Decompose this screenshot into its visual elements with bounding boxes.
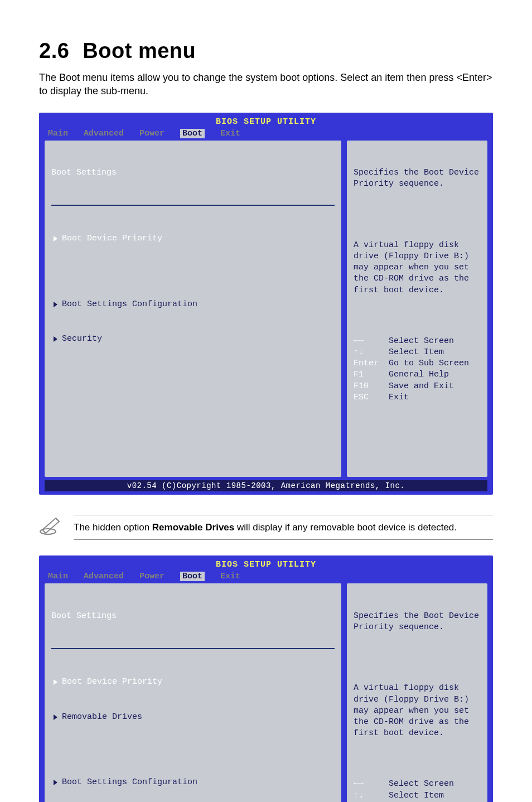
key: ESC xyxy=(354,393,369,402)
key-action: General Help xyxy=(389,370,449,379)
spacer xyxy=(51,746,335,754)
menu-item-label: Boot Settings Configuration xyxy=(62,777,197,788)
key-action: Select Item xyxy=(389,347,444,357)
menu-item-boot-device-priority[interactable]: Boot Device Priority xyxy=(51,233,335,245)
boot-settings-heading: Boot Settings xyxy=(51,611,335,623)
key: F10 xyxy=(354,381,369,391)
key: F1 xyxy=(354,370,364,379)
menu-item-removable-drives[interactable]: Removable Drives xyxy=(51,711,335,723)
menu-item-label: Removable Drives xyxy=(62,712,142,723)
spacer xyxy=(51,368,335,446)
bios-help-panel: Specifies the Boot Device Priority seque… xyxy=(347,141,487,477)
triangle-icon xyxy=(54,302,57,307)
triangle-icon xyxy=(54,336,57,342)
key-action: Exit xyxy=(389,393,409,402)
triangle-icon xyxy=(54,236,57,241)
menu-item-label: Boot Device Priority xyxy=(62,233,162,244)
key: ↑↓ xyxy=(354,791,364,800)
manual-page: 2.6Boot menu The Boot menu items allow y… xyxy=(0,0,532,802)
key-action: Go to Sub Screen xyxy=(389,359,469,368)
triangle-icon xyxy=(54,780,57,785)
tab-main[interactable]: Main xyxy=(48,572,68,581)
key-action: Select Screen xyxy=(389,779,454,789)
tab-exit[interactable]: Exit xyxy=(220,129,240,138)
note-text-post: will display if any removable boot devic… xyxy=(234,522,457,533)
tab-advanced[interactable]: Advanced xyxy=(84,572,124,581)
note-text-wrap: The hidden option Removable Drives will … xyxy=(74,515,493,540)
menu-item-security[interactable]: Security xyxy=(51,333,335,345)
bios-tabs: Main Advanced Power Boot Exit xyxy=(45,572,487,583)
intro-paragraph: The Boot menu items allow you to change … xyxy=(39,71,493,98)
menu-item-label: Boot Device Priority xyxy=(62,677,162,688)
divider xyxy=(51,648,335,649)
key: ↑↓ xyxy=(354,347,364,357)
bios-screenshot-1: BIOS SETUP UTILITY Main Advanced Power B… xyxy=(39,113,493,495)
tab-boot[interactable]: Boot xyxy=(180,129,205,138)
tab-power[interactable]: Power xyxy=(139,129,165,138)
bios-screenshot-2: BIOS SETUP UTILITY Main Advanced Power B… xyxy=(39,555,493,802)
triangle-icon xyxy=(54,714,57,720)
tab-advanced[interactable]: Advanced xyxy=(84,129,124,138)
bios-copyright: v02.54 (C)Copyright 1985-2003, American … xyxy=(45,480,487,491)
menu-item-boot-device-priority[interactable]: Boot Device Priority xyxy=(51,676,335,688)
key-action: Select Screen xyxy=(389,336,454,346)
section-heading: 2.6Boot menu xyxy=(39,39,493,63)
bios-help-panel: Specifies the Boot Device Priority seque… xyxy=(347,583,487,802)
tab-power[interactable]: Power xyxy=(139,572,165,581)
section-title-text: Boot menu xyxy=(83,39,196,62)
boot-settings-heading: Boot Settings xyxy=(51,167,335,180)
note-text-bold: Removable Drives xyxy=(152,522,234,533)
menu-item-label: Security xyxy=(62,334,102,345)
key-action: Save and Exit xyxy=(389,381,454,391)
section-number: 2.6 xyxy=(39,39,69,63)
note-text-pre: The hidden option xyxy=(74,522,152,533)
key: ←→ xyxy=(354,779,364,789)
bios-left-panel: Boot Settings Boot Device Priority Boot … xyxy=(45,141,341,477)
help-text-1: Specifies the Boot Device Priority seque… xyxy=(354,167,481,190)
bios-title: BIOS SETUP UTILITY xyxy=(45,560,487,572)
tab-exit[interactable]: Exit xyxy=(220,572,240,581)
spacer xyxy=(51,268,335,276)
help-text-1: Specifies the Boot Device Priority seque… xyxy=(354,611,481,634)
key-legend: ←→ Select Screen ↑↓ Select Item Enter Go… xyxy=(354,324,481,414)
key: Enter xyxy=(354,359,379,368)
help-text-2: A virtual floppy disk drive (Floppy Driv… xyxy=(354,240,481,296)
bios-tabs: Main Advanced Power Boot Exit xyxy=(45,129,487,141)
spacer xyxy=(354,656,481,660)
bios-left-panel: Boot Settings Boot Device Priority Remov… xyxy=(45,583,341,802)
key-action: Select Item xyxy=(389,791,444,800)
menu-item-boot-settings-config[interactable]: Boot Settings Configuration xyxy=(51,776,335,789)
key: ←→ xyxy=(354,336,364,346)
pencil-note-icon xyxy=(39,515,64,536)
menu-item-boot-settings-config[interactable]: Boot Settings Configuration xyxy=(51,298,335,311)
spacer xyxy=(354,212,481,217)
tab-main[interactable]: Main xyxy=(48,129,68,138)
menu-item-label: Boot Settings Configuration xyxy=(62,299,197,310)
bios-title: BIOS SETUP UTILITY xyxy=(45,117,487,129)
tab-boot[interactable]: Boot xyxy=(180,572,205,581)
triangle-icon xyxy=(54,679,57,685)
divider xyxy=(51,205,335,206)
help-text-2: A virtual floppy disk drive (Floppy Driv… xyxy=(354,683,481,739)
key-legend: ←→ Select Screen ↑↓ Select Item Enter Go… xyxy=(354,767,481,802)
note: The hidden option Removable Drives will … xyxy=(39,515,493,540)
